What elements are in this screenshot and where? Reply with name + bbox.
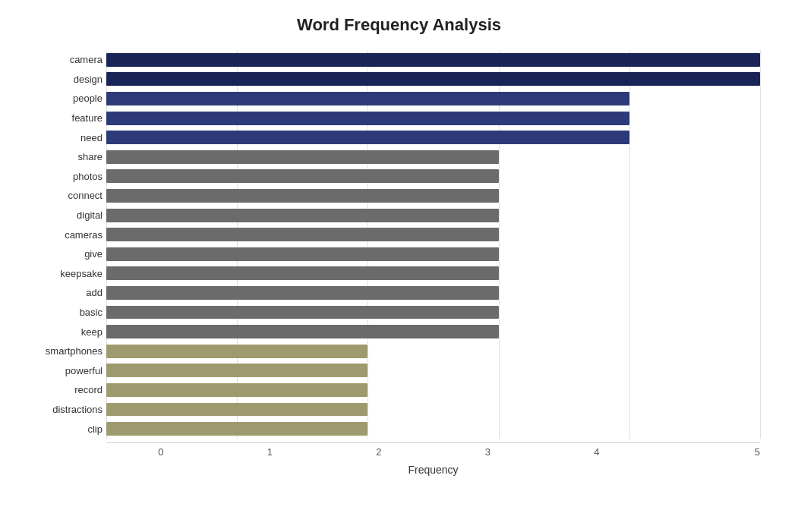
bar-fill — [106, 306, 499, 320]
bar-label: add — [23, 287, 103, 298]
bar-track — [106, 383, 760, 397]
bar-track — [106, 247, 760, 261]
bar-fill — [106, 209, 499, 222]
bar-row: people — [106, 89, 760, 109]
bar-label: camera — [23, 54, 103, 65]
bar-fill — [106, 150, 499, 164]
bar-fill — [106, 383, 367, 397]
bar-fill — [106, 325, 499, 338]
x-tick: 2 — [324, 442, 434, 458]
bar-label: distractions — [23, 404, 103, 415]
bar-fill — [106, 131, 629, 144]
bar-label: design — [23, 74, 103, 85]
bar-track — [106, 209, 760, 222]
bar-label: keep — [23, 326, 103, 338]
bar-fill — [106, 72, 760, 86]
bar-track — [106, 266, 760, 280]
bar-fill — [106, 189, 499, 203]
bar-label: need — [23, 132, 103, 143]
bar-label: share — [23, 151, 103, 162]
bar-label: keepsake — [23, 268, 103, 279]
bar-row: powerful — [106, 361, 760, 381]
bar-label: people — [23, 93, 103, 104]
bar-label: basic — [23, 307, 103, 318]
bar-row: clip — [106, 419, 760, 439]
bars-section: cameradesignpeoplefeatureneedsharephotos… — [23, 50, 775, 439]
bar-fill — [106, 228, 499, 241]
bar-row: share — [106, 147, 760, 167]
bar-label: give — [23, 248, 103, 260]
bar-label: digital — [23, 209, 103, 221]
bar-label: record — [23, 384, 103, 395]
x-tick: 1 — [216, 442, 325, 458]
bar-label: clip — [23, 423, 103, 435]
bar-fill — [106, 345, 367, 358]
bar-row: need — [106, 127, 760, 147]
bar-fill — [106, 247, 499, 261]
bar-row: distractions — [106, 400, 760, 420]
x-tick: 0 — [106, 442, 216, 458]
bar-fill — [106, 53, 760, 67]
bar-fill — [106, 422, 367, 436]
grid-line — [760, 50, 761, 439]
bar-label: feature — [23, 112, 103, 124]
bar-row: basic — [106, 303, 760, 323]
bar-track — [106, 131, 760, 144]
bar-fill — [106, 266, 499, 280]
bar-track — [106, 92, 760, 105]
bar-track — [106, 422, 760, 436]
x-axis: 012345 — [23, 442, 775, 458]
bar-track — [106, 228, 760, 241]
bar-row: give — [106, 244, 760, 264]
bar-fill — [106, 92, 629, 105]
bar-row: keepsake — [106, 264, 760, 284]
bar-track — [106, 306, 760, 320]
bar-row: digital — [106, 206, 760, 225]
bar-fill — [106, 364, 367, 377]
bar-row: photos — [106, 167, 760, 187]
bar-track — [106, 189, 760, 203]
x-axis-label: Frequency — [23, 464, 775, 476]
bar-fill — [106, 112, 629, 125]
bar-row: keep — [106, 322, 760, 342]
chart-container: Word Frequency Analysis cameradesignpeop… — [0, 0, 798, 532]
x-tick: 3 — [434, 442, 543, 458]
x-tick: 5 — [651, 442, 761, 458]
bar-track — [106, 345, 760, 358]
bar-label: connect — [23, 190, 103, 201]
bar-row: camera — [106, 50, 760, 70]
x-axis-line — [106, 442, 760, 443]
bar-track — [106, 403, 760, 417]
bar-fill — [106, 286, 499, 300]
bar-row: add — [106, 283, 760, 303]
bar-row: connect — [106, 186, 760, 206]
bar-label: powerful — [23, 365, 103, 376]
bar-track — [106, 112, 760, 125]
bar-fill — [106, 403, 367, 417]
bar-track — [106, 150, 760, 164]
bar-row: design — [106, 70, 760, 90]
bar-fill — [106, 169, 499, 183]
bar-track — [106, 53, 760, 67]
chart-area: cameradesignpeoplefeatureneedsharephotos… — [23, 50, 775, 476]
bar-track — [106, 169, 760, 183]
bar-track — [106, 364, 760, 377]
bar-row: smartphones — [106, 342, 760, 361]
bar-row: record — [106, 380, 760, 400]
bar-label: smartphones — [23, 345, 103, 357]
x-tick: 4 — [542, 442, 651, 458]
bar-track — [106, 72, 760, 86]
bar-row: cameras — [106, 225, 760, 244]
bar-label: cameras — [23, 229, 103, 241]
bar-track — [106, 325, 760, 338]
bar-track — [106, 286, 760, 300]
bar-label: photos — [23, 171, 103, 182]
chart-title: Word Frequency Analysis — [23, 15, 775, 35]
bar-row: feature — [106, 109, 760, 128]
